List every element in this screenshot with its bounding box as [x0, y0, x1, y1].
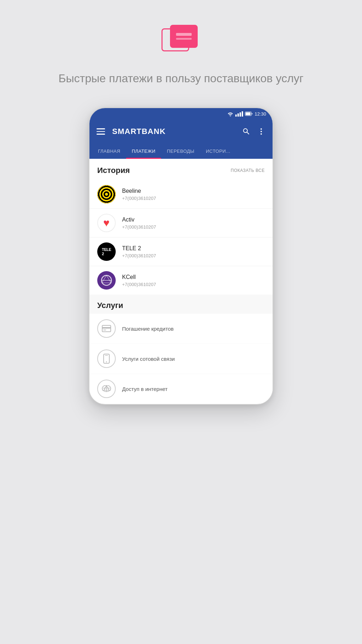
app-bar: SMARTBANK	[89, 119, 273, 144]
credit-icon-circle	[97, 319, 116, 338]
kcell-name: KCell	[122, 274, 156, 280]
history-item-beeline[interactable]: Beeline +7(000)3610207	[89, 180, 273, 209]
kcell-phone: +7(000)3610207	[122, 282, 156, 287]
kcell-logo-svg	[100, 274, 113, 286]
tab-main[interactable]: ГЛАВНАЯ	[92, 144, 126, 159]
tele2-avatar: TELE2	[97, 242, 116, 261]
app-bar-icons	[242, 127, 265, 136]
mobile-phone-icon	[103, 354, 110, 364]
search-icon[interactable]	[242, 127, 251, 136]
svg-point-2	[260, 128, 262, 130]
status-time: 12:30	[254, 111, 266, 117]
tele2-name: TELE 2	[122, 245, 156, 252]
tele2-logo-text: TELE2	[102, 247, 111, 256]
hamburger-line-1	[97, 128, 105, 129]
tab-payments[interactable]: ПЛАТЕЖИ	[126, 144, 161, 159]
beeline-phone: +7(000)3610207	[122, 196, 156, 201]
hamburger-line-3	[97, 134, 105, 135]
hamburger-line-2	[97, 131, 105, 132]
kcell-avatar	[97, 271, 116, 290]
tab-history[interactable]: ИСТОРИ...	[200, 144, 236, 159]
beeline-logo-design	[97, 185, 116, 203]
content-area: История ПОКАЗАТЬ ВСЕ Beeline +7(000)3610…	[89, 159, 273, 295]
tab-transfers[interactable]: ПЕРЕВОДЫ	[161, 144, 200, 159]
history-item-tele2[interactable]: TELE2 TELE 2 +7(000)3610207	[89, 237, 273, 266]
status-icons: 12:30	[227, 111, 266, 117]
history-section-header: История ПОКАЗАТЬ ВСЕ	[89, 159, 273, 180]
internet-icon-circle	[97, 380, 116, 398]
card-front	[170, 25, 198, 48]
services-section: Услуги Погашение кредитов	[89, 295, 273, 404]
beeline-info: Beeline +7(000)3610207	[122, 188, 156, 201]
mobile-icon-circle	[97, 349, 116, 368]
tele2-phone: +7(000)3610207	[122, 253, 156, 258]
hero-icon-area	[161, 25, 201, 60]
services-title: Услуги	[97, 301, 123, 310]
card-lines-2	[176, 38, 192, 40]
activ-info: Activ +7(000)3610207	[122, 217, 156, 230]
signal-icon	[235, 111, 243, 117]
show-all-button[interactable]: ПОКАЗАТЬ ВСЕ	[231, 168, 265, 173]
service-item-mobile[interactable]: Услуги сотовой связи	[89, 344, 273, 374]
kcell-info: KCell +7(000)3610207	[122, 274, 156, 287]
more-options-icon[interactable]	[257, 127, 265, 136]
payment-cards-icon	[161, 25, 201, 60]
svg-rect-1	[246, 112, 251, 115]
history-title: История	[97, 166, 130, 175]
tabs-bar: ГЛАВНАЯ ПЛАТЕЖИ ПЕРЕВОДЫ ИСТОРИ...	[89, 144, 273, 159]
app-title: SMARTBANK	[112, 127, 235, 136]
history-item-kcell[interactable]: KCell +7(000)3610207	[89, 266, 273, 295]
beeline-name: Beeline	[122, 188, 156, 194]
headline: Быстрые платежи в пользу поставщиков усл…	[30, 71, 332, 86]
status-bar: 12:30	[89, 108, 273, 119]
svg-point-11	[106, 362, 107, 363]
activ-phone: +7(000)3610207	[122, 224, 156, 230]
mobile-service-name: Услуги сотовой связи	[122, 356, 175, 362]
svg-rect-8	[102, 327, 111, 329]
card-lines-1	[176, 33, 192, 36]
internet-icon	[102, 385, 111, 392]
hamburger-menu-icon[interactable]	[97, 128, 105, 135]
service-item-credit[interactable]: Погашение кредитов	[89, 314, 273, 343]
wifi-icon	[227, 111, 234, 116]
tele2-info: TELE 2 +7(000)3610207	[122, 245, 156, 258]
svg-rect-9	[103, 330, 106, 330]
credit-service-name: Погашение кредитов	[122, 326, 174, 332]
history-item-activ[interactable]: ♥ Activ +7(000)3610207	[89, 209, 273, 237]
battery-icon	[245, 112, 253, 116]
svg-point-4	[260, 133, 262, 135]
activ-heart-icon: ♥	[103, 217, 110, 229]
services-header: Услуги	[89, 295, 273, 314]
activ-avatar: ♥	[97, 214, 116, 232]
phone-mockup: 12:30 SMARTBANK ГЛАВНАЯ	[89, 107, 273, 405]
internet-service-name: Доступ в интернет	[122, 386, 168, 392]
credit-card-icon	[102, 325, 111, 332]
service-item-internet[interactable]: Доступ в интернет	[89, 374, 273, 404]
svg-rect-12	[105, 355, 108, 356]
beeline-avatar	[97, 185, 116, 203]
svg-point-3	[260, 131, 262, 132]
activ-name: Activ	[122, 217, 156, 223]
